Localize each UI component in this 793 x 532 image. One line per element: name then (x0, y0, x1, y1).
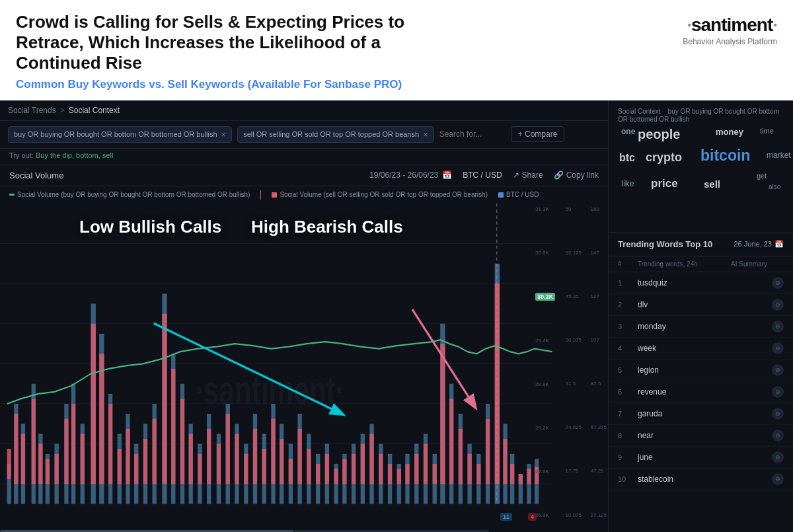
chart-legend: Social Volume (buy OR buying OR bought O… (0, 186, 608, 204)
svg-rect-106 (342, 459, 346, 484)
svg-rect-68 (7, 449, 11, 478)
col-action-header: AI Summary (731, 260, 784, 268)
trending-action: ⊖ (731, 299, 784, 311)
trending-action: ⊖ (731, 451, 784, 463)
legend-blue-dot (498, 192, 504, 198)
ai-summary-icon[interactable]: ⊖ (772, 451, 784, 463)
svg-rect-84 (143, 439, 147, 484)
svg-rect-95 (244, 453, 248, 483)
tag-pill-1[interactable]: buy OR buying OR bought OR bottom OR bot… (8, 126, 232, 143)
svg-rect-96 (253, 428, 257, 483)
svg-rect-125 (510, 464, 514, 484)
right-panel: Social Context buy OR buying OR bought O… (608, 100, 793, 532)
ai-summary-icon[interactable]: ⊖ (772, 321, 784, 332)
header: Crowd is Calling for Sells & Expecting P… (0, 0, 793, 100)
svg-rect-72 (38, 443, 42, 484)
tag-close-2[interactable]: × (423, 130, 428, 139)
ai-summary-icon[interactable]: ⊖ (772, 299, 784, 311)
svg-rect-110 (379, 453, 383, 483)
row-word: dlv (638, 300, 731, 309)
trending-col-headers: # Trending words, 24h AI Summary (609, 256, 793, 272)
table-row[interactable]: 2 dlv ⊖ (609, 294, 793, 316)
table-row[interactable]: 7 garuda ⊖ (609, 403, 793, 425)
tag-close-1[interactable]: × (221, 130, 227, 139)
row-num: 6 (618, 388, 638, 396)
table-row[interactable]: 3 monday ⊖ (609, 316, 793, 338)
compare-button[interactable]: + Compare (511, 126, 565, 142)
left-panel: Social Trends > Social Context buy OR bu… (0, 100, 608, 532)
word-cloud-header: Social Context buy OR buying OR bought O… (618, 107, 784, 123)
share-button[interactable]: ↗ Share (513, 171, 543, 180)
ai-summary-icon[interactable]: ⊖ (772, 408, 784, 420)
svg-rect-118 (449, 399, 453, 484)
svg-rect-93 (226, 414, 230, 484)
trending-action: ⊖ (731, 386, 784, 398)
svg-rect-74 (54, 453, 58, 483)
svg-rect-78 (91, 323, 95, 483)
try-out-label: Try out: (9, 151, 34, 159)
table-row[interactable]: 5 legion ⊖ (609, 360, 793, 381)
chart-toolbar-right: 19/06/23 - 26/06/23 📅 BTC / USD ↗ Share … (369, 171, 599, 180)
svg-rect-127 (527, 469, 531, 484)
svg-rect-102 (307, 449, 311, 484)
table-row[interactable]: 10 stablecoin ⊖ (609, 469, 793, 490)
copy-link-label: Copy link (566, 171, 599, 180)
table-row[interactable]: 4 week ⊖ (609, 338, 793, 360)
svg-rect-86 (162, 313, 167, 484)
svg-rect-123 (495, 284, 500, 484)
table-row[interactable]: 6 revenue ⊖ (609, 381, 793, 403)
trending-title: Trending Words Top 10 (618, 239, 712, 249)
svg-rect-99 (280, 439, 283, 484)
svg-rect-113 (405, 464, 409, 484)
share-label: Share (522, 171, 543, 180)
breadcrumb-current: Social Context (69, 106, 120, 115)
word-get: get (757, 172, 767, 180)
svg-rect-89 (189, 434, 193, 484)
breadcrumb-parent[interactable]: Social Trends (8, 106, 56, 115)
table-row[interactable]: 8 near ⊖ (609, 425, 793, 447)
ai-summary-icon[interactable]: ⊖ (772, 430, 784, 441)
trending-action: ⊖ (731, 277, 784, 289)
svg-rect-73 (46, 459, 50, 484)
link-icon: 🔗 (554, 171, 564, 180)
copy-link-button[interactable]: 🔗 Copy link (554, 171, 599, 180)
search-input[interactable] (439, 130, 506, 139)
chart-area: ·santiment· 16814712710787.567.37547.252… (0, 204, 608, 532)
try-out-suggestions[interactable]: Buy the dip, bottom, sell (36, 151, 113, 159)
row-num: 9 (618, 453, 638, 461)
main-title: Crowd is Calling for Sells & Expecting P… (16, 12, 465, 74)
santiment-logo: ·santiment· Behavior Analysis Platform (683, 12, 777, 46)
svg-rect-82 (126, 428, 130, 483)
ai-summary-icon[interactable]: ⊖ (772, 277, 784, 289)
y-axis-right: 16814712710787.567.37547.2527.125 (591, 204, 607, 521)
svg-rect-87 (171, 369, 175, 484)
scrollbar-thumb[interactable] (0, 530, 293, 532)
row-num: 2 (618, 301, 638, 309)
row-word: garuda (638, 409, 731, 418)
word-money: money (716, 127, 743, 137)
ai-summary-icon[interactable]: ⊖ (772, 342, 784, 354)
tag-text-1: buy OR buying OR bought OR bottom OR bot… (14, 130, 217, 138)
ai-summary-icon[interactable]: ⊖ (772, 386, 784, 398)
svg-rect-101 (297, 428, 301, 483)
table-row[interactable]: 1 tusdquiz ⊖ (609, 272, 793, 294)
calendar-icon: 📅 (442, 171, 452, 180)
svg-rect-88 (180, 399, 184, 484)
subtitle: Common Buy Keywords vs. Sell Keywords (A… (16, 78, 465, 91)
row-num: 5 (618, 366, 638, 374)
ai-summary-icon[interactable]: ⊖ (772, 364, 784, 376)
col-word-header: Trending words, 24h (638, 260, 731, 268)
date-range[interactable]: 19/06/23 - 26/06/23 📅 (369, 171, 452, 180)
svg-rect-104 (325, 453, 329, 483)
table-row[interactable]: 9 june ⊖ (609, 447, 793, 469)
svg-rect-75 (64, 418, 68, 483)
svg-rect-119 (459, 428, 463, 483)
svg-rect-76 (71, 404, 75, 484)
svg-rect-71 (32, 399, 36, 484)
word-btc: btc (619, 152, 635, 164)
tag-pill-2[interactable]: sell OR selling OR sold OR top OR topped… (237, 126, 434, 143)
row-word: stablecoin (638, 475, 731, 484)
svg-rect-120 (467, 453, 471, 483)
legend-label-3: BTC / USD (506, 191, 539, 198)
ai-summary-icon[interactable]: ⊖ (772, 473, 784, 485)
